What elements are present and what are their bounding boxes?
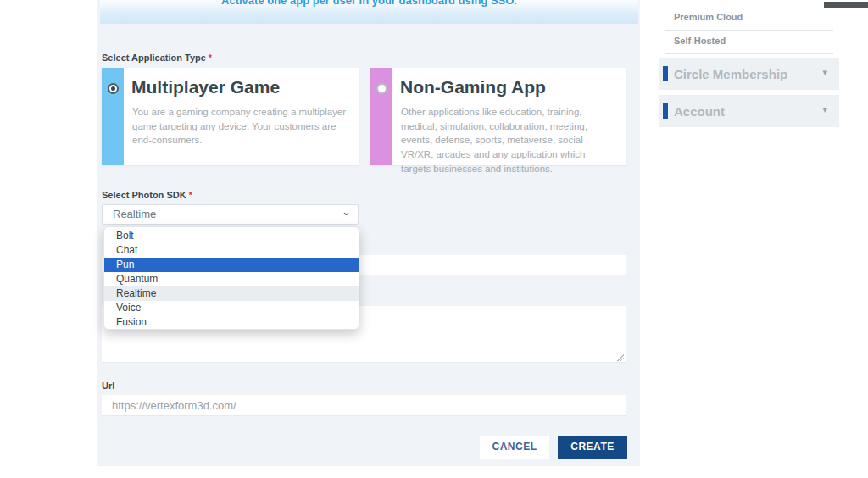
non-gaming-accent-strip <box>370 68 392 165</box>
sidebar-item-premium-cloud[interactable]: Premium Cloud <box>674 12 743 22</box>
sidebar-divider <box>665 53 833 54</box>
create-button[interactable]: CREATE <box>558 436 627 459</box>
section-accent-bar <box>663 103 668 119</box>
sidebar-item-self-hosted[interactable]: Self-Hosted <box>674 36 726 46</box>
sdk-option-fusion[interactable]: Fusion <box>104 315 359 330</box>
sidebar-item-account[interactable]: Account ▾ <box>659 95 839 127</box>
application-type-label: Select Application Type* <box>102 53 212 63</box>
sdk-option-bolt[interactable]: Bolt <box>104 229 359 243</box>
sdk-option-realtime[interactable]: Realtime <box>104 286 359 301</box>
non-gaming-radio[interactable] <box>376 83 387 94</box>
create-app-page: Activate one app per user in your dashbo… <box>0 0 868 478</box>
multiplayer-title: Multiplayer Game <box>131 77 280 97</box>
sidebar-item-circle-membership[interactable]: Circle Membership ▾ <box>659 58 839 90</box>
sidebar-divider <box>665 30 833 31</box>
form-column: Activate one app per user in your dashbo… <box>97 0 640 466</box>
top-right-dark-bar <box>824 2 868 8</box>
multiplayer-description: You are a gaming company creating a mult… <box>132 105 348 147</box>
url-label: Url <box>102 381 114 391</box>
sso-banner: Activate one app per user in your dashbo… <box>100 0 638 24</box>
sdk-select[interactable]: Realtime ⌄ <box>102 204 359 225</box>
required-asterisk: * <box>209 53 212 63</box>
sdk-option-voice[interactable]: Voice <box>104 301 359 315</box>
sdk-option-pun[interactable]: Pun <box>104 258 359 272</box>
sdk-dropdown-list: Bolt Chat Pun Quantum Realtime Voice Fus… <box>103 226 359 330</box>
sdk-select-value: Realtime <box>113 208 156 220</box>
cancel-button[interactable]: CANCEL <box>480 436 549 459</box>
chevron-down-icon: ▾ <box>822 67 827 78</box>
right-sidebar: Premium Cloud Self-Hosted Circle Members… <box>659 0 839 478</box>
chevron-down-icon: ⌄ <box>342 203 351 221</box>
sdk-option-chat[interactable]: Chat <box>104 243 359 258</box>
sso-banner-text: Activate one app per user in your dashbo… <box>221 0 517 7</box>
sdk-option-quantum[interactable]: Quantum <box>104 272 359 286</box>
multiplayer-radio[interactable] <box>108 83 119 94</box>
multiplayer-accent-strip <box>102 68 124 165</box>
non-gaming-description: Other applications like education, train… <box>401 105 615 175</box>
app-type-card-non-gaming[interactable]: Non-Gaming App Other applications like e… <box>370 68 626 165</box>
required-asterisk: * <box>189 190 192 200</box>
section-accent-bar <box>663 66 668 81</box>
app-type-card-multiplayer-game[interactable]: Multiplayer Game You are a gaming compan… <box>102 68 359 165</box>
textarea-resize-handle[interactable] <box>616 353 624 361</box>
photon-sdk-label: Select Photon SDK* <box>102 190 192 200</box>
url-input[interactable] <box>102 395 626 415</box>
non-gaming-title: Non-Gaming App <box>400 77 546 97</box>
chevron-down-icon: ▾ <box>822 104 827 115</box>
